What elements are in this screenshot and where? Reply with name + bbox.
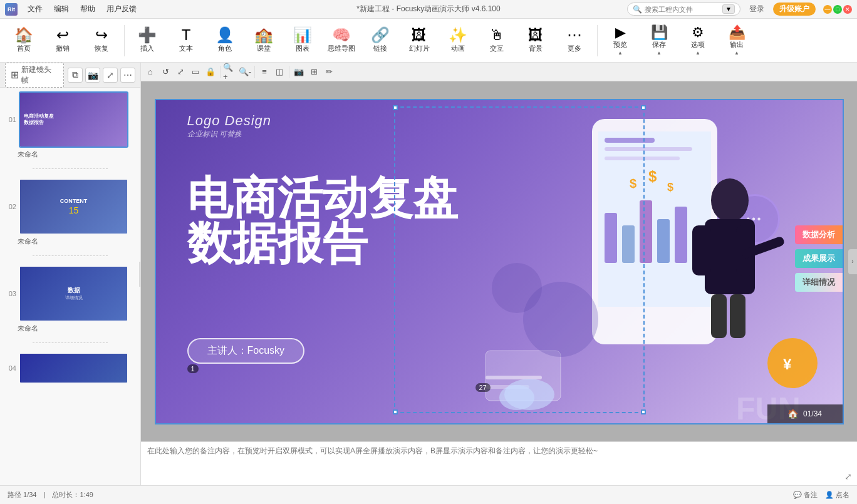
slide-spacer-2: [0, 249, 140, 262]
toolbar-group-preview: ▶ 预览 ▲ 💾 保存 ▲ ⚙ 选项 ▲ 📤 输出 ▲: [601, 21, 756, 61]
role-button[interactable]: 👤 角色: [206, 21, 244, 61]
options-button[interactable]: ⚙ 选项 ▲: [679, 21, 717, 61]
search-input[interactable]: [645, 6, 720, 13]
redo-button[interactable]: ↪ 恢复: [83, 21, 120, 61]
mindmap-button[interactable]: 🧠 思维导图: [323, 21, 360, 61]
svg-rect-6: [622, 225, 635, 263]
login-button[interactable]: 登录: [743, 3, 771, 16]
more-icon: ⋯: [567, 28, 582, 43]
class-button[interactable]: 🏫 课堂: [245, 21, 283, 61]
link-button[interactable]: 🔗 链接: [361, 21, 399, 61]
home-label: 首页: [17, 44, 31, 53]
grid-button[interactable]: ⊞: [307, 65, 321, 79]
more-sidebar-button[interactable]: ⋯: [120, 68, 135, 83]
bg-button[interactable]: 🖼 背景: [517, 21, 554, 61]
preview-label: 预览: [613, 40, 627, 49]
tag-results[interactable]: 成果展示: [795, 249, 843, 268]
slide-title-line1: 电商活动复盘: [187, 175, 458, 220]
maximize-button[interactable]: □: [833, 5, 842, 14]
save-button[interactable]: 💾 保存 ▲: [640, 21, 678, 61]
chart-button[interactable]: 📊 图表: [284, 21, 321, 61]
slide-name-02: 未命名: [0, 236, 140, 247]
handle-bl[interactable]: [393, 409, 398, 414]
slide-main-title-area: 电商活动复盘 数据报告: [187, 175, 458, 265]
undo-button[interactable]: ↩ 撤销: [44, 21, 81, 61]
canvas-illustration: $ $ $: [467, 100, 843, 423]
menu-feedback[interactable]: 用户反馈: [101, 3, 142, 16]
animation-icon: ✨: [449, 28, 467, 43]
add-frame-button[interactable]: ⊞ 新建镜头帧: [5, 63, 64, 88]
slide-label: 幻灯片: [409, 44, 430, 53]
right-panel-toggle[interactable]: ›: [848, 249, 857, 274]
svg-rect-7: [640, 200, 652, 263]
role-label: 角色: [218, 44, 232, 53]
app-logo: Rit: [5, 3, 18, 16]
camera-button[interactable]: 📷: [85, 68, 100, 83]
zoom-out-tool[interactable]: 🔍-: [238, 65, 252, 79]
minimize-button[interactable]: —: [823, 5, 832, 14]
insert-label: 插入: [140, 44, 154, 53]
comment-label: 备注: [804, 490, 818, 500]
menu-file[interactable]: 文件: [23, 3, 48, 16]
points-label: 点名: [836, 490, 849, 500]
align-button[interactable]: ≡: [257, 65, 271, 79]
svg-text:$: $: [648, 168, 657, 185]
slide-thumbnail-04[interactable]: [19, 352, 128, 384]
points-button[interactable]: 👤 点名: [825, 490, 849, 500]
svg-rect-8: [657, 219, 670, 263]
slide-item-03: 03 数据 详细情况: [0, 264, 140, 323]
slide-spacer-3: [0, 336, 140, 349]
more-button[interactable]: ⋯ 更多: [556, 21, 593, 61]
redo-label: 恢复: [95, 44, 108, 53]
home-button[interactable]: 🏠 首页: [5, 21, 43, 61]
close-button[interactable]: ✕: [843, 5, 852, 14]
frame-button[interactable]: ▭: [189, 65, 202, 79]
menu-edit[interactable]: 编辑: [49, 3, 74, 16]
export-icon: 📤: [729, 26, 745, 39]
fit-view-button[interactable]: ⌂: [143, 65, 157, 79]
comment-button[interactable]: 💬 备注: [793, 490, 818, 500]
home-icon: 🏠: [14, 28, 33, 43]
slide-logo: Logo Design 企业标识 可替换: [187, 113, 272, 140]
slide-name-03: 未命名: [0, 323, 140, 334]
edit-button[interactable]: ✏: [322, 65, 336, 79]
slide-thumbnail-03[interactable]: 数据 详细情况: [19, 265, 128, 322]
svg-rect-2: [605, 138, 655, 143]
slide-button[interactable]: 🖼 幻灯片: [400, 21, 438, 61]
interact-button[interactable]: 🖱 交互: [478, 21, 516, 61]
rotate-button[interactable]: ⤢: [174, 65, 187, 79]
lock-button[interactable]: 🔒: [204, 65, 217, 79]
comment-icon: 💬: [793, 491, 802, 499]
slide-panel: ⊞ 新建镜头帧 ⧉ 📷 ⤢ ⋯ 01 电商活动复盘数据报告 未命名: [0, 63, 141, 485]
upgrade-button[interactable]: 升级账户: [773, 3, 816, 16]
tag-analytics[interactable]: 数据分析: [795, 225, 843, 244]
zoom-in-button[interactable]: ↺: [158, 65, 172, 79]
tag-details[interactable]: 详细情况: [795, 273, 843, 292]
screenshot-button[interactable]: 📷: [292, 65, 306, 79]
distribute-button[interactable]: ◫: [273, 65, 286, 79]
slide-section-3: 03 数据 详细情况 未命名: [0, 262, 140, 336]
copy-frame-button[interactable]: ⧉: [68, 68, 83, 83]
speaker-button[interactable]: 主讲人：Focusky: [187, 338, 305, 364]
export-button[interactable]: 📤 输出 ▲: [718, 21, 756, 61]
status-left: 路径 1/34 | 总时长：1:49: [8, 490, 93, 500]
text-button[interactable]: T 文本: [167, 21, 205, 61]
menu-help[interactable]: 帮助: [75, 3, 100, 16]
canvas-area: ⌂ ↺ ⤢ ▭ 🔒 🔍+ 🔍- ≡ ◫ 📷 ⊞ ✏ Logo Design: [141, 63, 857, 485]
zoom-in-tool[interactable]: 🔍+: [223, 65, 237, 79]
notes-textarea[interactable]: [147, 446, 851, 477]
slide-thumbnail-02[interactable]: CONTENT 15: [19, 178, 128, 235]
canvas-home-icon[interactable]: 🏠: [787, 409, 798, 419]
insert-button[interactable]: ➕ 插入: [128, 21, 166, 61]
svg-rect-21: [486, 376, 542, 379]
svg-point-24: [499, 385, 534, 410]
search-dropdown-arrow[interactable]: ▼: [722, 4, 735, 14]
animation-button[interactable]: ✨ 动画: [439, 21, 477, 61]
notes-expand-button[interactable]: ⤢: [844, 471, 852, 481]
handle-tl[interactable]: [393, 105, 398, 110]
svg-text:$: $: [667, 181, 673, 193]
presentation-canvas[interactable]: Logo Design 企业标识 可替换 电商活动复盘 数据报告 主讲人：Foc…: [155, 99, 844, 424]
slide-thumbnail-01[interactable]: 电商活动复盘数据报告: [19, 91, 128, 148]
preview-button[interactable]: ▶ 预览 ▲: [601, 21, 639, 61]
fit-button[interactable]: ⤢: [103, 68, 118, 83]
